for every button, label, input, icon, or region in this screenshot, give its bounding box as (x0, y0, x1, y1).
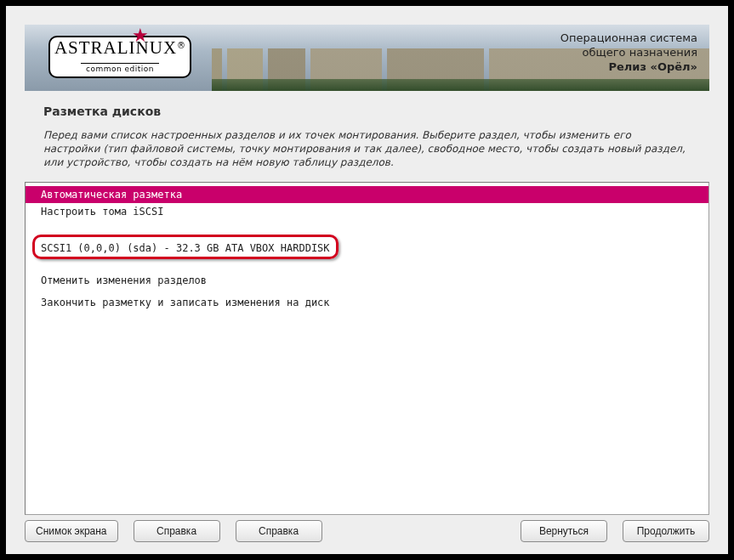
astralinux-logo: ★ ASTRALINUX® common edition (48, 36, 191, 78)
menu-iscsi[interactable]: Настроить тома iSCSI (26, 203, 708, 220)
banner-text: Операционная система общего назначения Р… (560, 31, 697, 75)
logo-text: ASTRALINUX (54, 34, 177, 58)
continue-button[interactable]: Продолжить (623, 520, 709, 542)
banner-line2: общего назначения (560, 46, 697, 60)
page-title: Разметка дисков (43, 105, 728, 118)
partition-list[interactable]: Автоматическая разметка Настроить тома i… (25, 182, 709, 515)
menu-auto-partition[interactable]: Автоматическая разметка (26, 186, 708, 203)
list-spacer (26, 220, 708, 235)
back-button[interactable]: Вернуться (521, 520, 607, 542)
star-icon: ★ (132, 25, 149, 46)
banner-line1: Операционная система (560, 31, 697, 46)
banner-line3: Релиз «Орёл» (560, 60, 697, 75)
button-bar: Снимок экрана Справка Справка Вернуться … (25, 520, 709, 542)
disk-entry[interactable]: SCSI1 (0,0,0) (sda) - 32.3 GB ATA VBOX H… (37, 239, 333, 255)
help-button-1[interactable]: Справка (134, 520, 220, 542)
screenshot-button[interactable]: Снимок экрана (25, 520, 118, 542)
list-spacer (26, 257, 708, 272)
menu-undo-changes[interactable]: Отменить изменения разделов (26, 272, 708, 289)
logo-reg: ® (177, 41, 185, 50)
disk-label: SCSI1 (0,0,0) (sda) - 32.3 GB ATA VBOX H… (37, 240, 333, 256)
menu-finish-write[interactable]: Закончить разметку и записать изменения … (26, 294, 708, 311)
help-button-2[interactable]: Справка (236, 520, 322, 542)
installer-window: ★ ASTRALINUX® common edition Операционна… (5, 5, 729, 555)
intro-text: Перед вами список настроенных разделов и… (43, 128, 691, 170)
logo-subtitle: common edition (81, 63, 159, 73)
button-spacer (338, 520, 505, 542)
header-banner: ★ ASTRALINUX® common edition Операционна… (25, 25, 709, 91)
